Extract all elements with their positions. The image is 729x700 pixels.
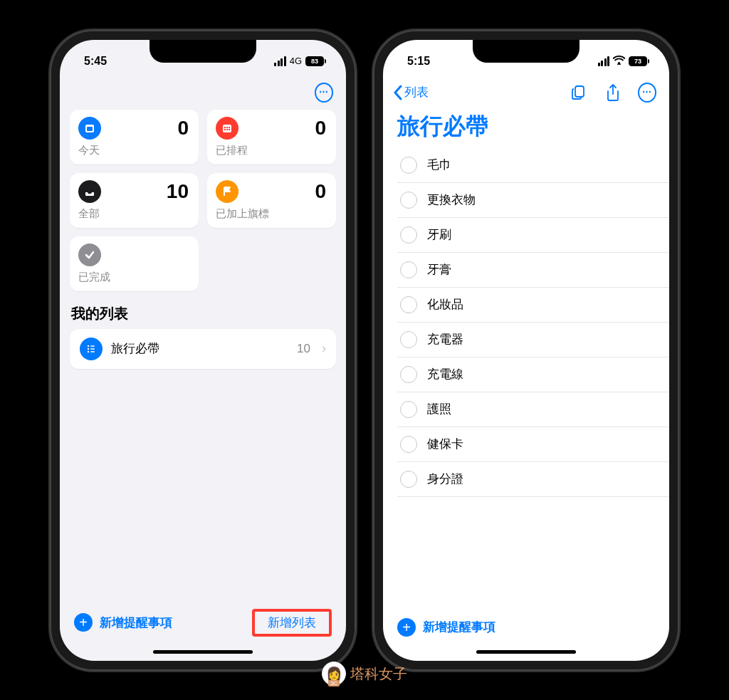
notch xyxy=(150,40,256,63)
reminder-text: 充電線 xyxy=(427,366,463,382)
phone-frame-right: 5:15 73 列表 xyxy=(373,30,679,671)
reminder-item[interactable]: 更換衣物 xyxy=(397,183,669,218)
reminder-text: 護照 xyxy=(427,401,451,417)
screen-right: 5:15 73 列表 xyxy=(383,40,669,661)
ellipsis-circle-icon xyxy=(315,83,333,103)
complete-toggle[interactable] xyxy=(400,401,417,418)
reminder-text: 牙刷 xyxy=(427,226,451,243)
complete-toggle[interactable] xyxy=(400,296,417,313)
more-button[interactable] xyxy=(638,83,656,102)
my-lists-header: 我的列表 xyxy=(71,304,335,323)
reminder-text: 毛巾 xyxy=(427,157,451,173)
complete-toggle[interactable] xyxy=(400,226,417,244)
battery-icon: 73 xyxy=(629,56,649,66)
back-label: 列表 xyxy=(404,84,429,100)
list-bullet-icon xyxy=(80,338,103,360)
add-reminder-label: 新增提醒事項 xyxy=(423,619,495,635)
notch xyxy=(473,40,579,63)
add-list-button[interactable]: 新增列表 xyxy=(261,612,323,634)
card-today[interactable]: 0 今天 xyxy=(70,110,199,164)
home-indicator[interactable] xyxy=(60,644,346,661)
share-button[interactable] xyxy=(604,83,622,102)
cellular-signal-icon xyxy=(274,56,286,66)
ellipsis-circle-icon xyxy=(638,83,656,103)
complete-toggle[interactable] xyxy=(400,157,417,174)
calendar-grid-icon xyxy=(216,117,238,140)
phone-frame-left: 5:45 4G 83 xyxy=(50,30,356,671)
reminder-text: 身分證 xyxy=(427,471,463,487)
checkmark-icon xyxy=(78,244,101,266)
reminder-text: 牙膏 xyxy=(427,261,451,278)
svg-point-10 xyxy=(88,348,89,349)
copy-button[interactable] xyxy=(570,83,588,102)
main-content: 0 今天 0 已排程 xyxy=(60,107,346,600)
svg-rect-13 xyxy=(90,348,95,350)
flag-icon xyxy=(216,180,238,203)
complete-toggle[interactable] xyxy=(400,261,417,278)
calendar-icon xyxy=(78,117,101,140)
back-button[interactable]: 列表 xyxy=(393,84,429,100)
reminder-item[interactable]: 牙膏 xyxy=(397,253,669,288)
chevron-left-icon xyxy=(393,85,403,100)
card-count: 0 xyxy=(177,117,189,140)
reminder-item[interactable]: 毛巾 xyxy=(397,148,669,183)
svg-rect-4 xyxy=(226,127,228,128)
reminder-item[interactable]: 充電器 xyxy=(397,323,669,357)
list-count: 10 xyxy=(297,342,310,356)
battery-icon: 83 xyxy=(305,56,326,66)
complete-toggle[interactable] xyxy=(400,366,417,383)
share-icon xyxy=(605,83,621,102)
svg-rect-2 xyxy=(223,125,231,132)
card-label: 全部 xyxy=(78,207,189,221)
screen-left: 5:45 4G 83 xyxy=(60,40,346,661)
complete-toggle[interactable] xyxy=(400,331,417,348)
svg-point-9 xyxy=(88,345,89,346)
card-label: 今天 xyxy=(78,144,189,157)
card-label: 已加上旗標 xyxy=(216,207,326,221)
wifi-icon xyxy=(613,56,625,67)
add-reminder-label: 新增提醒事項 xyxy=(100,615,172,631)
plus-circle-icon: + xyxy=(74,613,93,632)
reminder-text: 充電器 xyxy=(427,331,463,348)
nav-bar xyxy=(60,75,346,107)
annotation-highlight: 新增列表 xyxy=(252,609,332,637)
status-time: 5:15 xyxy=(407,55,430,68)
complete-toggle[interactable] xyxy=(400,192,417,209)
reminder-item[interactable]: 護照 xyxy=(397,392,669,427)
reminder-text: 化妝品 xyxy=(427,296,463,313)
reminder-text: 健保卡 xyxy=(427,436,463,452)
reminder-item[interactable]: 化妝品 xyxy=(397,288,669,323)
card-scheduled[interactable]: 0 已排程 xyxy=(207,110,336,164)
card-completed[interactable]: 已完成 xyxy=(70,236,199,291)
complete-toggle[interactable] xyxy=(400,436,417,453)
card-count: 0 xyxy=(315,117,326,140)
bottom-toolbar: + 新增提醒事項 xyxy=(383,610,669,644)
watermark-text: 塔科女子 xyxy=(350,664,407,684)
network-label: 4G xyxy=(290,56,302,66)
svg-rect-14 xyxy=(90,351,95,352)
reminder-item[interactable]: 牙刷 xyxy=(397,218,669,253)
more-button[interactable] xyxy=(315,83,333,102)
svg-rect-1 xyxy=(87,127,93,131)
card-flagged[interactable]: 0 已加上旗標 xyxy=(207,173,336,228)
add-reminder-button[interactable]: + 新增提醒事項 xyxy=(74,613,172,632)
home-indicator[interactable] xyxy=(383,644,669,661)
svg-rect-16 xyxy=(575,86,584,97)
reminder-item[interactable]: 身分證 xyxy=(397,462,669,497)
complete-toggle[interactable] xyxy=(400,471,417,488)
add-reminder-button[interactable]: + 新增提醒事項 xyxy=(397,618,495,637)
svg-rect-12 xyxy=(90,345,95,347)
svg-rect-7 xyxy=(226,129,228,130)
card-count: 10 xyxy=(167,180,189,203)
list-name: 旅行必帶 xyxy=(111,340,288,357)
card-count: 0 xyxy=(315,180,326,203)
reminder-item[interactable]: 充電線 xyxy=(397,357,669,392)
status-right: 73 xyxy=(598,56,650,67)
card-all[interactable]: 10 全部 xyxy=(70,173,199,228)
reminder-item[interactable]: 健保卡 xyxy=(397,427,669,462)
card-label: 已排程 xyxy=(216,144,326,157)
watermark-avatar-icon: 👩 xyxy=(322,662,346,686)
svg-point-11 xyxy=(88,350,89,352)
chevron-right-icon: › xyxy=(322,341,326,356)
list-row-travel[interactable]: 旅行必帶 10 › xyxy=(70,329,336,369)
